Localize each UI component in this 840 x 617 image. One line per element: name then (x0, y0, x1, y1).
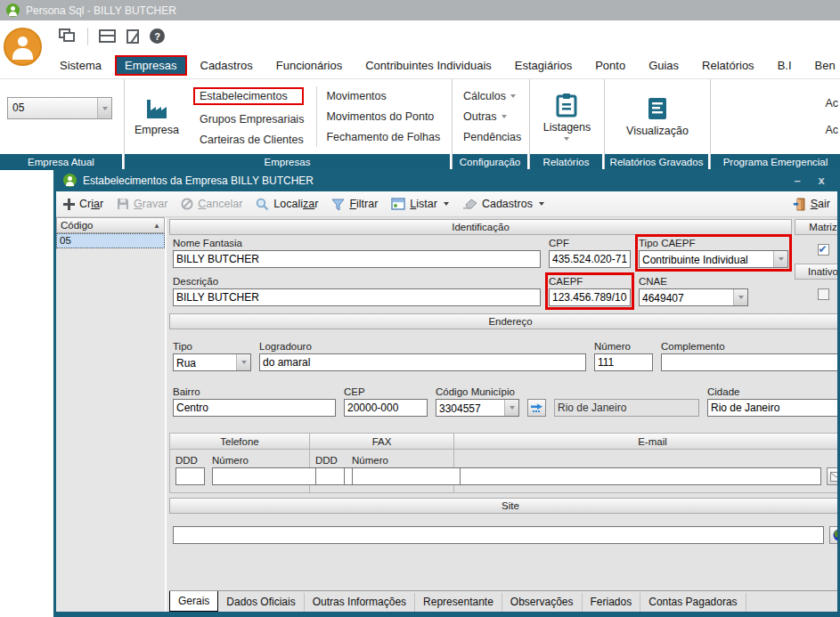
tab-cadastros[interactable]: Cadastros (191, 55, 263, 76)
outras-link[interactable]: Outras (463, 110, 521, 123)
factory-icon (144, 97, 169, 120)
tab-bi[interactable]: B.I (768, 55, 802, 76)
chevron-down-icon[interactable] (97, 98, 111, 118)
caepf-input[interactable] (549, 288, 631, 306)
email-input[interactable] (460, 467, 821, 485)
tab-empresas[interactable]: Empresas (115, 55, 187, 76)
empresa-atual-combobox[interactable]: 05 (7, 97, 112, 119)
telefone-ddd-input[interactable] (175, 467, 205, 485)
chevron-down-icon[interactable] (733, 289, 747, 305)
cpf-input[interactable] (549, 250, 631, 268)
chevron-down-icon (510, 94, 516, 98)
listagens-button[interactable]: Listagens (543, 79, 591, 154)
site-input[interactable] (173, 526, 824, 544)
tab-observacoes[interactable]: Observações (502, 593, 583, 612)
search-icon (256, 198, 269, 211)
tab-estagiarios[interactable]: Estagiários (505, 55, 582, 76)
tab-gerais[interactable]: Gerais (169, 591, 218, 612)
group-caption-programa-emergencial: Programa Emergencial (711, 154, 840, 170)
send-email-button[interactable] (827, 467, 837, 485)
cadastros-button[interactable]: Cadastros (462, 198, 544, 210)
tab-beneficios[interactable]: Ben (805, 55, 840, 76)
filter-icon (331, 198, 345, 211)
tab-contribuintes-individuais[interactable]: Contribuintes Individuais (355, 55, 502, 76)
carteiras-de-clientes-link[interactable]: Carteiras de Clientes (200, 134, 304, 146)
empresa-button[interactable]: Empresa (125, 79, 189, 154)
visualizacao-button[interactable]: Visualização (626, 79, 689, 154)
complemento-input[interactable] (661, 353, 837, 371)
minimize-button[interactable]: – (788, 174, 806, 187)
tab-outras-informacoes[interactable]: Outras Informações (305, 593, 415, 612)
ribbon-tab-bar: Sistema Empresas Cadastros Funcionários … (0, 52, 840, 78)
open-site-button[interactable] (829, 526, 837, 544)
complemento-label: Complemento (661, 341, 837, 352)
tab-representante[interactable]: Representante (415, 593, 502, 612)
cep-input[interactable] (344, 399, 428, 417)
split-horizontal-icon[interactable] (99, 29, 116, 43)
logradouro-label: Logradouro (259, 341, 586, 352)
ribbon: 05 Empresa Atual Empresa Estabelecimento… (0, 78, 840, 169)
programa-emergencial-link-1[interactable]: Ac (825, 97, 838, 110)
localizar-button[interactable]: Localizar (256, 198, 318, 211)
gravar-button[interactable]: Gravar (117, 198, 167, 210)
tab-feriados[interactable]: Feriados (583, 593, 641, 612)
checklist-page-icon[interactable] (126, 29, 139, 44)
inativo-checkbox[interactable] (818, 288, 829, 300)
tipo-logradouro-combobox[interactable]: Rua (173, 353, 251, 371)
calculos-link[interactable]: Cálculos (463, 90, 521, 102)
ribbon-column-divider (316, 86, 317, 147)
logradouro-input[interactable] (259, 353, 586, 371)
sair-button[interactable]: Sair (793, 198, 830, 211)
movimentos-do-ponto-link[interactable]: Movimentos do Ponto (326, 110, 440, 123)
main-titlebar: Persona Sql - BILLY BUTCHER (0, 0, 840, 20)
matriz-checkbox[interactable] (818, 244, 829, 256)
tab-contas-pagadoras[interactable]: Contas Pagadoras (640, 593, 746, 612)
ribbon-group-relatorios: Listagens Relatórios (530, 79, 605, 170)
codigo-municipio-combobox[interactable]: 3304557 (436, 399, 519, 417)
numero-input[interactable] (594, 353, 653, 371)
group-caption-relatorios: Relatórios (530, 154, 604, 170)
close-button[interactable]: x (812, 174, 830, 187)
movimentos-link[interactable]: Movimentos (326, 90, 440, 102)
listagens-button-label: Listagens (543, 121, 591, 134)
filtrar-button[interactable]: Filtrar (331, 198, 378, 211)
fax-ddd-input[interactable] (315, 467, 345, 485)
user-avatar[interactable] (4, 28, 42, 66)
tab-sistema[interactable]: Sistema (50, 55, 111, 76)
chevron-down-icon[interactable] (773, 251, 787, 267)
grupos-empresariais-link[interactable]: Grupos Empresariais (200, 113, 304, 126)
cnae-combobox[interactable]: 4649407 (639, 288, 748, 306)
visualizacao-button-label: Visualização (626, 125, 689, 137)
estabelecimentos-dialog: Estabelecimentos da Empresa BILLY BUTCHE… (53, 169, 840, 617)
tab-guias[interactable]: Guias (639, 55, 689, 76)
pendencias-link[interactable]: Pendências (463, 131, 521, 143)
tab-ponto[interactable]: Ponto (585, 55, 635, 76)
criar-button[interactable]: Criar (63, 198, 103, 210)
help-icon[interactable]: ? (150, 28, 165, 44)
grid-row-selected[interactable]: 05 (56, 233, 165, 248)
fechamento-de-folhas-link[interactable]: Fechamento de Folhas (326, 131, 440, 143)
estabelecimentos-link[interactable]: Estabelecimentos (193, 87, 304, 105)
nome-fantasia-input[interactable] (173, 250, 541, 268)
codigo-column-header[interactable]: Código ▲ (56, 217, 165, 233)
tab-relatorios[interactable]: Relatórios (692, 55, 764, 76)
identificacao-header: Identificação (169, 219, 792, 235)
cascade-windows-icon[interactable] (59, 28, 77, 44)
tab-funcionarios[interactable]: Funcionários (266, 55, 352, 76)
descricao-input[interactable] (173, 288, 541, 306)
chevron-down-icon[interactable] (236, 354, 250, 370)
programa-emergencial-link-2[interactable]: Ac (825, 124, 838, 136)
municipio-lookup-button[interactable] (527, 399, 546, 417)
dialog-titlebar: Estabelecimentos da Empresa BILLY BUTCHE… (56, 169, 837, 191)
tab-dados-oficiais[interactable]: Dados Oficiais (218, 593, 304, 612)
ribbon-group-empresa-atual: 05 Empresa Atual (0, 79, 125, 170)
empresa-atual-value: 05 (8, 98, 97, 118)
chevron-down-icon[interactable] (504, 400, 518, 416)
cancelar-button[interactable]: Cancelar (181, 198, 242, 210)
document-lines-icon (646, 96, 669, 121)
bairro-input[interactable] (173, 399, 336, 417)
tipo-caepf-combobox[interactable]: Contribuinte Individual (639, 250, 788, 268)
listar-button[interactable]: Listar (391, 198, 449, 210)
cidade-input[interactable] (707, 399, 837, 417)
site-section: Site (169, 498, 837, 553)
